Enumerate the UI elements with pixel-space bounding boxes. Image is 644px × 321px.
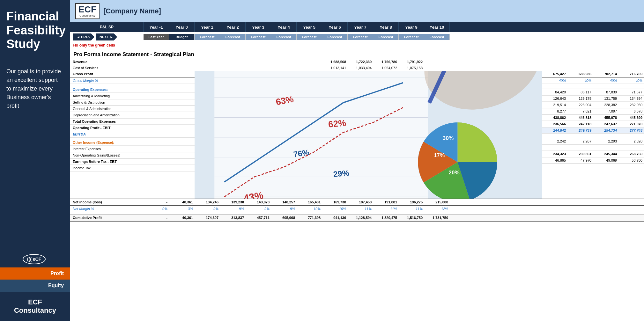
label-da: Depreciation and Amortization — [70, 112, 144, 118]
table-row-net-margin: Net Margin % 0% 3% 9% 9% 9% 9% 10% 10% 1… — [70, 206, 644, 212]
table-row: Operating Profit - EBIT — [70, 125, 195, 131]
table-row: Revenue 1,688,568 1,722,339 1,756,786 1,… — [70, 59, 644, 65]
col-header-label: P&L SP — [70, 22, 144, 32]
val-cos-8: 1,033,404 — [348, 65, 373, 71]
main-content: ECF Consultancy [Company Name] P&L SP Ye… — [70, 0, 644, 321]
val-revenue-6 — [297, 59, 322, 65]
val-revenue-10: 1,791,922 — [399, 59, 424, 65]
ecf-circle-logo: ((( eCF — [23, 254, 46, 264]
company-name[interactable]: [Company Name] — [103, 7, 161, 15]
table-row: 236,566 242,118 247,637 271,070 — [542, 121, 644, 128]
type-forecast-9: Forecast — [399, 34, 424, 40]
header: ECF Consultancy [Company Name] — [70, 0, 644, 22]
next-button[interactable]: NEXT ► — [96, 33, 117, 40]
table-row: 219,514 223,904 228,382 232,950 — [542, 102, 644, 108]
val-revenue-0 — [144, 59, 169, 65]
label-total-opex: Total Operating Expenses — [70, 119, 144, 125]
ecf-logo-main: ECF — [78, 5, 96, 14]
table-row: 244,842 249,739 254,734 277,748 — [542, 128, 644, 134]
sidebar-description: Our goal is to provide an excellent supp… — [0, 58, 70, 251]
table-row-net-income: Net income (loss) - 40,361 134,246 139,2… — [70, 199, 644, 206]
svg-rect-1 — [214, 71, 428, 199]
sidebar-nav-profit[interactable]: Profit — [0, 267, 70, 280]
type-forecast-2: Forecast — [220, 34, 246, 40]
val-revenue-7: 1,688,568 — [322, 59, 348, 65]
col-year-6: Year 6 — [322, 22, 348, 32]
label-ga: General & Administration — [70, 106, 144, 112]
type-forecast-4: Forecast — [271, 34, 297, 40]
gross-profit-image-area: Gross Profit Gross Margin % Operating Ex… — [70, 71, 644, 199]
type-forecast-6: Forecast — [322, 34, 348, 40]
val-revenue-8: 1,722,339 — [348, 59, 373, 65]
sidebar-bottom-logo: ECFConsultancy — [6, 298, 64, 315]
label-gm: Gross Margin % — [70, 78, 144, 84]
fill-instruction: Fill only the green cells — [70, 42, 644, 49]
table-row: 234,323 239,851 245,344 268,750 — [542, 151, 644, 157]
table-row: Gross Margin % — [70, 78, 195, 84]
label-net-income: Net income (loss) — [70, 199, 144, 205]
val-cos-7: 1,013,141 — [322, 65, 348, 71]
val-revenue-5 — [271, 59, 297, 65]
val-cos-10: 1,075,153 — [399, 65, 424, 71]
table-row: 8,277 7,621 7,097 6,678 — [542, 108, 644, 115]
prev-button[interactable]: ◄ PREV — [73, 33, 94, 40]
col-year-3: Year 3 — [246, 22, 271, 32]
col-year-5: Year 5 — [297, 22, 322, 32]
table-row: 84,428 86,117 87,839 71,677 — [542, 89, 644, 96]
table-row: EBITDA — [70, 131, 195, 138]
val-revenue-2 — [195, 59, 220, 65]
label-opex: Operating Expenses: — [70, 87, 144, 93]
label-interest: Interest Expenses — [70, 146, 144, 152]
label-ebitda: EBITDA — [70, 131, 144, 137]
nav-buttons: ◄ PREV NEXT ► — [70, 32, 144, 42]
table-row: General & Administration — [70, 106, 195, 112]
right-cols: 675,427 688,936 702,714 716,769 40% 40% … — [542, 71, 644, 199]
val-revenue-4 — [246, 59, 271, 65]
val-revenue-9: 1,756,786 — [373, 59, 399, 65]
type-forecast-10: Forecast — [424, 34, 450, 40]
table-row: Other Income (Expense): — [70, 140, 195, 146]
col-year-4: Year 4 — [271, 22, 297, 32]
ecf-logo-box: ECF Consultancy — [75, 3, 100, 19]
statement-title: Pro Forma Income Statement - Strategical… — [70, 49, 644, 59]
val-revenue-3 — [220, 59, 246, 65]
left-cols: Gross Profit Gross Margin % Operating Ex… — [70, 71, 195, 199]
table-row: Total Operating Expenses — [70, 119, 195, 125]
table-row: 40% 40% 40% 40% — [542, 78, 644, 84]
col-year-9: Year 9 — [399, 22, 424, 32]
nav-row: ◄ PREV NEXT ► Last Year Budget Forecast … — [70, 32, 644, 42]
col-year-2: Year 2 — [220, 22, 246, 32]
col-year-neg1: Year -1 — [144, 22, 169, 32]
label-revenue: Revenue — [70, 59, 144, 65]
table-row: 126,643 129,175 131,759 134,394 — [542, 96, 644, 102]
type-forecast-1: Forecast — [195, 34, 220, 40]
table-row: 46,865 47,970 49,069 53,750 — [542, 157, 644, 164]
svg-text:62%: 62% — [328, 118, 347, 129]
table-row: Gross Profit — [70, 71, 195, 78]
table-row — [542, 87, 644, 89]
sidebar-logo-area: ((( eCF — [0, 251, 70, 267]
table-row: 2,242 2,267 2,293 2,320 — [542, 138, 644, 145]
table-row: Interest Expenses — [70, 146, 195, 152]
type-budget: Budget — [169, 34, 195, 40]
col-year-8: Year 8 — [373, 22, 399, 32]
sidebar-bottom: ECFConsultancy — [0, 292, 70, 321]
table-row: Advertising & Marketing — [70, 93, 195, 99]
label-tax: Income Tax — [70, 165, 144, 171]
svg-text:29%: 29% — [333, 168, 350, 179]
label-adv: Advertising & Marketing — [70, 93, 144, 99]
col-year-1: Year 1 — [195, 22, 220, 32]
label-ebt: Earnings Before Tax - EBT — [70, 159, 144, 165]
table-row: Operating Expenses: — [70, 87, 195, 93]
table-row: Selling & Distribution — [70, 99, 195, 106]
svg-text:20%: 20% — [449, 170, 460, 176]
sidebar-nav-equity[interactable]: Equity — [0, 280, 70, 292]
label-non-op: Non-Operating Gains/(Losses) — [70, 152, 144, 158]
table-row: 438,862 446,818 455,078 445,699 — [542, 115, 644, 121]
label-cumulative: Cumulative Profit — [70, 215, 144, 221]
ecf-logo-sub: Consultancy — [79, 14, 95, 17]
sidebar: FinancialFeasibilityStudy Our goal is to… — [0, 0, 70, 321]
table-row: Non-Operating Gains/(Losses) — [70, 152, 195, 159]
val-revenue-1 — [169, 59, 195, 65]
column-headers: P&L SP Year -1 Year 0 Year 1 Year 2 Year… — [70, 22, 644, 32]
